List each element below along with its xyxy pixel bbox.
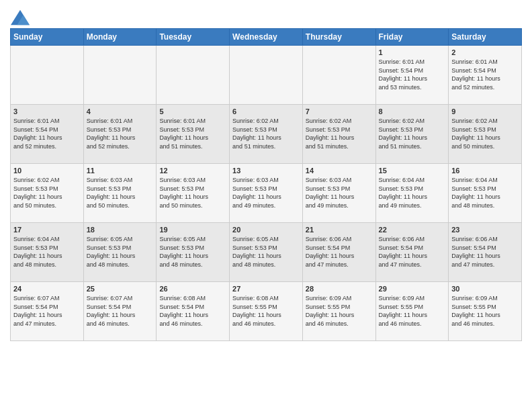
day-number: 10 — [13, 167, 81, 175]
calendar-cell: 15Sunrise: 6:04 AM Sunset: 5:53 PM Dayli… — [375, 164, 449, 223]
calendar-cell: 2Sunrise: 6:01 AM Sunset: 5:54 PM Daylig… — [449, 46, 522, 105]
day-info: Sunrise: 6:01 AM Sunset: 5:53 PM Dayligh… — [159, 117, 226, 150]
calendar-cell: 9Sunrise: 6:02 AM Sunset: 5:53 PM Daylig… — [449, 105, 522, 164]
day-number: 3 — [13, 107, 81, 116]
weekday-header-tuesday: Tuesday — [157, 29, 230, 46]
day-info: Sunrise: 6:04 AM Sunset: 5:53 PM Dayligh… — [379, 176, 446, 210]
day-number: 23 — [451, 226, 519, 234]
weekday-header-monday: Monday — [83, 29, 157, 46]
day-number: 18 — [87, 226, 154, 234]
calendar-cell: 3Sunrise: 6:01 AM Sunset: 5:54 PM Daylig… — [11, 105, 84, 164]
calendar-cell: 18Sunrise: 6:05 AM Sunset: 5:53 PM Dayli… — [83, 223, 157, 282]
logo — [10, 9, 30, 24]
calendar-cell: 23Sunrise: 6:06 AM Sunset: 5:54 PM Dayli… — [449, 223, 522, 282]
day-number: 6 — [232, 107, 300, 116]
calendar-cell: 16Sunrise: 6:04 AM Sunset: 5:53 PM Dayli… — [449, 164, 522, 223]
logo-text — [10, 9, 30, 26]
calendar-cell: 14Sunrise: 6:03 AM Sunset: 5:53 PM Dayli… — [302, 164, 375, 223]
calendar-cell — [230, 46, 303, 105]
calendar-cell: 29Sunrise: 6:09 AM Sunset: 5:55 PM Dayli… — [375, 282, 449, 341]
weekday-header-wednesday: Wednesday — [230, 29, 303, 46]
day-number: 30 — [451, 285, 519, 293]
weekday-header-sunday: Sunday — [11, 29, 84, 46]
day-info: Sunrise: 6:02 AM Sunset: 5:53 PM Dayligh… — [306, 117, 373, 150]
calendar-cell: 17Sunrise: 6:04 AM Sunset: 5:53 PM Dayli… — [11, 223, 84, 282]
day-info: Sunrise: 6:09 AM Sunset: 5:55 PM Dayligh… — [306, 294, 373, 328]
day-number: 22 — [379, 226, 446, 234]
calendar-week-row: 1Sunrise: 6:01 AM Sunset: 5:54 PM Daylig… — [11, 46, 522, 105]
weekday-header-friday: Friday — [375, 29, 449, 46]
day-info: Sunrise: 6:03 AM Sunset: 5:53 PM Dayligh… — [159, 176, 226, 210]
weekday-header-saturday: Saturday — [449, 29, 522, 46]
day-number: 4 — [87, 107, 154, 116]
day-info: Sunrise: 6:03 AM Sunset: 5:53 PM Dayligh… — [306, 176, 373, 210]
calendar-cell — [302, 46, 375, 105]
calendar-cell: 5Sunrise: 6:01 AM Sunset: 5:53 PM Daylig… — [157, 105, 230, 164]
day-info: Sunrise: 6:01 AM Sunset: 5:54 PM Dayligh… — [13, 117, 81, 150]
calendar-cell: 13Sunrise: 6:03 AM Sunset: 5:53 PM Dayli… — [230, 164, 303, 223]
day-info: Sunrise: 6:07 AM Sunset: 5:54 PM Dayligh… — [13, 294, 81, 328]
calendar-cell: 22Sunrise: 6:06 AM Sunset: 5:54 PM Dayli… — [375, 223, 449, 282]
header — [10, 7, 522, 24]
day-number: 26 — [159, 285, 226, 293]
calendar-week-row: 24Sunrise: 6:07 AM Sunset: 5:54 PM Dayli… — [11, 282, 522, 341]
day-info: Sunrise: 6:04 AM Sunset: 5:53 PM Dayligh… — [451, 176, 519, 210]
day-info: Sunrise: 6:07 AM Sunset: 5:54 PM Dayligh… — [87, 294, 154, 328]
day-info: Sunrise: 6:03 AM Sunset: 5:53 PM Dayligh… — [232, 176, 300, 210]
day-info: Sunrise: 6:01 AM Sunset: 5:53 PM Dayligh… — [87, 117, 154, 150]
calendar-cell: 20Sunrise: 6:05 AM Sunset: 5:53 PM Dayli… — [230, 223, 303, 282]
day-number: 11 — [87, 167, 154, 175]
day-info: Sunrise: 6:02 AM Sunset: 5:53 PM Dayligh… — [13, 176, 81, 210]
day-info: Sunrise: 6:04 AM Sunset: 5:53 PM Dayligh… — [13, 235, 81, 269]
day-info: Sunrise: 6:05 AM Sunset: 5:53 PM Dayligh… — [87, 235, 154, 269]
calendar-cell — [83, 46, 157, 105]
day-info: Sunrise: 6:06 AM Sunset: 5:54 PM Dayligh… — [306, 235, 373, 269]
day-info: Sunrise: 6:05 AM Sunset: 5:53 PM Dayligh… — [232, 235, 300, 269]
day-info: Sunrise: 6:02 AM Sunset: 5:53 PM Dayligh… — [451, 117, 519, 150]
day-number: 24 — [13, 285, 81, 293]
day-info: Sunrise: 6:01 AM Sunset: 5:54 PM Dayligh… — [379, 58, 446, 91]
day-info: Sunrise: 6:01 AM Sunset: 5:54 PM Dayligh… — [451, 58, 519, 91]
calendar-cell: 27Sunrise: 6:08 AM Sunset: 5:55 PM Dayli… — [230, 282, 303, 341]
day-number: 25 — [87, 285, 154, 293]
calendar-cell: 7Sunrise: 6:02 AM Sunset: 5:53 PM Daylig… — [302, 105, 375, 164]
day-info: Sunrise: 6:09 AM Sunset: 5:55 PM Dayligh… — [451, 294, 519, 328]
calendar-cell: 21Sunrise: 6:06 AM Sunset: 5:54 PM Dayli… — [302, 223, 375, 282]
day-number: 17 — [13, 226, 81, 234]
day-info: Sunrise: 6:06 AM Sunset: 5:54 PM Dayligh… — [379, 235, 446, 269]
day-number: 9 — [451, 107, 519, 116]
calendar-cell: 30Sunrise: 6:09 AM Sunset: 5:55 PM Dayli… — [449, 282, 522, 341]
day-info: Sunrise: 6:08 AM Sunset: 5:55 PM Dayligh… — [232, 294, 300, 328]
calendar-cell — [157, 46, 230, 105]
calendar-cell: 25Sunrise: 6:07 AM Sunset: 5:54 PM Dayli… — [83, 282, 157, 341]
day-number: 16 — [451, 167, 519, 175]
logo-icon — [11, 9, 30, 26]
day-number: 14 — [306, 167, 373, 175]
calendar-cell — [11, 46, 84, 105]
day-number: 15 — [379, 167, 446, 175]
day-number: 27 — [232, 285, 300, 293]
calendar-header: SundayMondayTuesdayWednesdayThursdayFrid… — [11, 29, 522, 46]
weekday-header-thursday: Thursday — [302, 29, 375, 46]
calendar-cell: 6Sunrise: 6:02 AM Sunset: 5:53 PM Daylig… — [230, 105, 303, 164]
calendar-cell: 24Sunrise: 6:07 AM Sunset: 5:54 PM Dayli… — [11, 282, 84, 341]
day-info: Sunrise: 6:05 AM Sunset: 5:53 PM Dayligh… — [159, 235, 226, 269]
day-number: 19 — [159, 226, 226, 234]
calendar-body: 1Sunrise: 6:01 AM Sunset: 5:54 PM Daylig… — [11, 46, 522, 341]
calendar-cell: 11Sunrise: 6:03 AM Sunset: 5:53 PM Dayli… — [83, 164, 157, 223]
day-info: Sunrise: 6:08 AM Sunset: 5:54 PM Dayligh… — [159, 294, 226, 328]
calendar-cell: 12Sunrise: 6:03 AM Sunset: 5:53 PM Dayli… — [157, 164, 230, 223]
day-number: 29 — [379, 285, 446, 293]
day-number: 1 — [379, 48, 446, 56]
day-number: 5 — [159, 107, 226, 116]
calendar-week-row: 17Sunrise: 6:04 AM Sunset: 5:53 PM Dayli… — [11, 223, 522, 282]
day-info: Sunrise: 6:06 AM Sunset: 5:54 PM Dayligh… — [451, 235, 519, 269]
day-number: 2 — [451, 48, 519, 56]
calendar-cell: 4Sunrise: 6:01 AM Sunset: 5:53 PM Daylig… — [83, 105, 157, 164]
calendar-cell: 28Sunrise: 6:09 AM Sunset: 5:55 PM Dayli… — [302, 282, 375, 341]
day-number: 8 — [379, 107, 446, 116]
calendar-cell: 19Sunrise: 6:05 AM Sunset: 5:53 PM Dayli… — [157, 223, 230, 282]
day-info: Sunrise: 6:02 AM Sunset: 5:53 PM Dayligh… — [232, 117, 300, 150]
weekday-header-row: SundayMondayTuesdayWednesdayThursdayFrid… — [11, 29, 522, 46]
day-number: 20 — [232, 226, 300, 234]
